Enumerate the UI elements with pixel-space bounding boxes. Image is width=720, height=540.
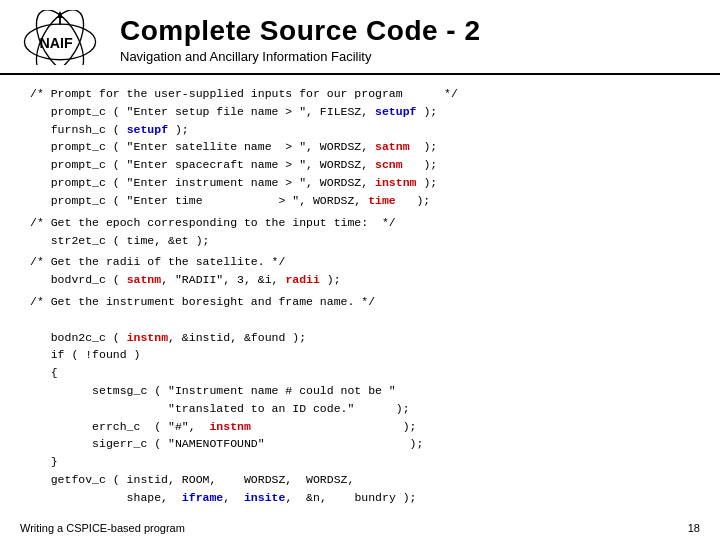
footer-right: 18 bbox=[688, 522, 700, 534]
page-title: Complete Source Code - 2 bbox=[120, 15, 700, 47]
code-content: /* Prompt for the user-supplied inputs f… bbox=[0, 75, 720, 521]
code-line: /* Get the instrument boresight and fram… bbox=[30, 293, 690, 311]
code-section-2: /* Get the epoch corresponding to the in… bbox=[30, 214, 690, 250]
code-line: shape, iframe, insite, &n, bundry ); bbox=[30, 489, 690, 507]
page-subtitle: Navigation and Ancillary Information Fac… bbox=[120, 49, 700, 64]
code-section-3: /* Get the radii of the satellite. */ bo… bbox=[30, 253, 690, 289]
code-section-4: /* Get the instrument boresight and fram… bbox=[30, 293, 690, 507]
header: NAIF Complete Source Code - 2 Navigation… bbox=[0, 0, 720, 75]
footer-left: Writing a CSPICE-based program bbox=[20, 522, 185, 534]
code-line: "translated to an ID code." ); bbox=[30, 400, 690, 418]
code-line: bodvrd_c ( satnm, "RADII", 3, &i, radii … bbox=[30, 271, 690, 289]
footer: Writing a CSPICE-based program 18 bbox=[20, 522, 700, 534]
code-line: furnsh_c ( setupf ); bbox=[30, 121, 690, 139]
logo: NAIF bbox=[20, 10, 100, 69]
code-line: prompt_c ( "Enter time > ", WORDSZ, time… bbox=[30, 192, 690, 210]
code-line: prompt_c ( "Enter setup file name > ", F… bbox=[30, 103, 690, 121]
code-line: getfov_c ( instid, ROOM, WORDSZ, WORDSZ, bbox=[30, 471, 690, 489]
code-line: prompt_c ( "Enter spacecraft name > ", W… bbox=[30, 156, 690, 174]
code-line: prompt_c ( "Enter instrument name > ", W… bbox=[30, 174, 690, 192]
code-line: setmsg_c ( "Instrument name # could not … bbox=[30, 382, 690, 400]
code-line: } bbox=[30, 453, 690, 471]
code-section-1: /* Prompt for the user-supplied inputs f… bbox=[30, 85, 690, 210]
code-line: if ( !found ) bbox=[30, 346, 690, 364]
code-line: errch_c ( "#", instnm ); bbox=[30, 418, 690, 436]
code-line: bodn2c_c ( instnm, &instid, &found ); bbox=[30, 329, 690, 347]
svg-text:NAIF: NAIF bbox=[40, 35, 73, 51]
code-line: /* Prompt for the user-supplied inputs f… bbox=[30, 85, 690, 103]
code-line: /* Get the epoch corresponding to the in… bbox=[30, 214, 690, 232]
code-line bbox=[30, 311, 690, 329]
code-line: sigerr_c ( "NAMENOTFOUND" ); bbox=[30, 435, 690, 453]
title-area: Complete Source Code - 2 Navigation and … bbox=[120, 15, 700, 64]
code-line: /* Get the radii of the satellite. */ bbox=[30, 253, 690, 271]
code-line: str2et_c ( time, &et ); bbox=[30, 232, 690, 250]
code-line: { bbox=[30, 364, 690, 382]
code-line: prompt_c ( "Enter satellite name > ", WO… bbox=[30, 138, 690, 156]
